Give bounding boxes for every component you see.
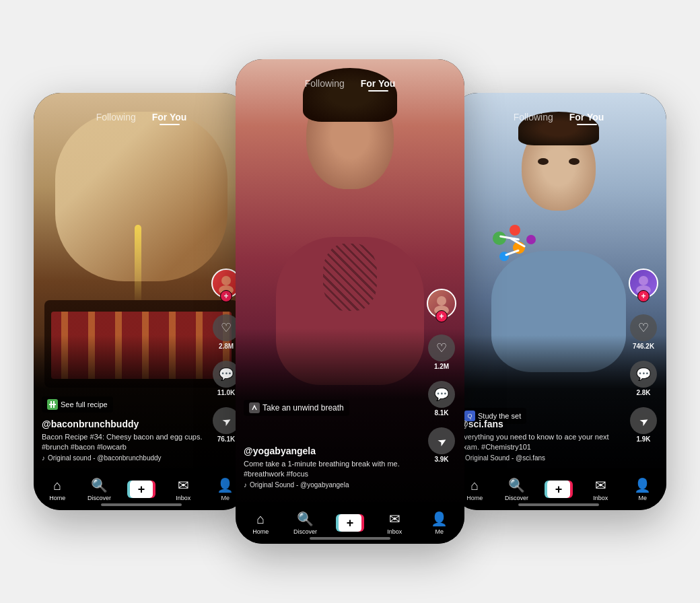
inbox-icon-center: ✉ <box>389 511 400 527</box>
active-underline-center <box>368 90 388 92</box>
sound-text-center: Original Sound - @yogabyangela <box>250 481 349 489</box>
follow-button-center[interactable]: + <box>435 310 448 322</box>
inbox-nav-center[interactable]: ✉ Inbox <box>380 511 409 535</box>
description-left: Bacon Recipe #34: Cheesy bacon and egg c… <box>42 432 209 452</box>
video-info-right: @sci.fans Everything you need to know to… <box>459 419 626 462</box>
foryou-tab-right[interactable]: For You <box>569 112 604 122</box>
like-count-right: 746.2K <box>633 343 654 350</box>
svg-point-3 <box>221 276 231 285</box>
active-underline-right <box>577 124 597 125</box>
comment-count-right: 2.8K <box>636 389 650 396</box>
avatar-item-right[interactable]: + <box>629 269 658 304</box>
atom-red <box>510 225 520 236</box>
me-nav-center[interactable]: 👤 Me <box>425 511 454 535</box>
like-action-right[interactable]: ♡ 746.2K <box>630 314 657 350</box>
molecule-area <box>473 225 553 292</box>
me-nav-right[interactable]: 👤 Me <box>628 477 658 501</box>
sound-row-center: ♪ Original Sound - @yogabyangela <box>244 481 424 489</box>
top-navigation: Following For You <box>34 112 249 122</box>
comment-count-left: 11.0K <box>217 389 236 396</box>
discover-icon-left: 🔍 <box>91 477 108 493</box>
recipe-badge-text: See full recipe <box>61 400 108 409</box>
foryou-tab-center[interactable]: For You <box>361 78 396 89</box>
comment-action-right[interactable]: 💬 2.8K <box>630 361 657 396</box>
following-tab-left[interactable]: Following <box>96 112 136 122</box>
username-left[interactable]: @baconbrunchbuddy <box>42 419 209 429</box>
me-label-left: Me <box>221 495 230 501</box>
home-indicator-right <box>518 503 599 506</box>
breath-badge-icon <box>249 402 260 413</box>
share-icon-right: ➤ <box>630 407 657 434</box>
top-navigation-right: Following For You <box>451 112 666 122</box>
breath-badge[interactable]: Take an unwind breath <box>244 400 349 416</box>
comment-action-center[interactable]: 💬 8.1K <box>428 381 455 417</box>
avatar-center: + <box>427 289 456 318</box>
eye-right <box>569 158 580 165</box>
username-center[interactable]: @yogabyangela <box>244 446 424 456</box>
add-nav-left[interactable]: + <box>127 481 156 498</box>
recipe-badge[interactable]: See full recipe <box>42 396 113 413</box>
plus-icon-right: + <box>555 483 563 495</box>
home-indicator-center <box>310 537 390 540</box>
video-info-center: @yogabyangela Come take a 1-minute breat… <box>244 446 424 489</box>
foryou-tab-left[interactable]: For You <box>152 112 187 122</box>
discover-nav-left[interactable]: 🔍 Discover <box>85 477 114 501</box>
add-button-center[interactable]: + <box>336 514 364 532</box>
music-icon-center: ♪ <box>244 481 247 489</box>
following-tab-right[interactable]: Following <box>514 112 553 122</box>
active-underline <box>160 124 180 125</box>
svg-point-7 <box>639 276 648 285</box>
phone-right-screen: Following For You Q Study the set + <box>451 93 666 510</box>
side-actions-right: + ♡ 746.2K 💬 2.8K ➤ 1.9K <box>629 269 658 443</box>
home-label-right: Home <box>466 495 483 501</box>
inbox-nav-left[interactable]: ✉ Inbox <box>168 477 198 501</box>
username-right[interactable]: @sci.fans <box>459 419 626 429</box>
discover-nav-center[interactable]: 🔍 Discover <box>291 511 320 535</box>
heart-icon-center: ♡ <box>428 334 455 361</box>
sound-text-left: Original sound - @baconbrunchbuddy <box>48 454 162 462</box>
home-nav-center[interactable]: ⌂ Home <box>246 511 275 535</box>
sound-text-right: Original Sound - @sci.fans <box>465 454 545 462</box>
discover-nav-right[interactable]: 🔍 Discover <box>502 477 532 501</box>
add-nav-right[interactable]: + <box>544 481 573 498</box>
following-tab-center[interactable]: Following <box>305 78 345 89</box>
home-label-center: Home <box>252 528 269 535</box>
inbox-nav-right[interactable]: ✉ Inbox <box>586 477 615 501</box>
me-label-right: Me <box>638 495 647 501</box>
share-action-right[interactable]: ➤ 1.9K <box>630 407 657 443</box>
follow-button-right[interactable]: + <box>637 290 650 302</box>
home-nav-left[interactable]: ⌂ Home <box>42 478 72 501</box>
comment-icon-center: 💬 <box>428 381 455 408</box>
svg-rect-2 <box>49 404 56 405</box>
inbox-icon-left: ✉ <box>178 477 189 493</box>
inbox-icon-right: ✉ <box>595 477 606 493</box>
top-navigation-center: Following For You <box>236 78 464 89</box>
home-icon-center: ⌂ <box>256 511 265 527</box>
egg-drip <box>135 225 141 306</box>
share-action-center[interactable]: ➤ 3.9K <box>428 427 455 463</box>
home-icon-right: ⌂ <box>470 478 479 493</box>
side-actions-center: + ♡ 1.2M 💬 8.1K ➤ 3.9K <box>427 289 456 463</box>
add-nav-center[interactable]: + <box>335 514 365 532</box>
share-count-left: 76.1K <box>217 435 236 443</box>
video-info-left: @baconbrunchbuddy Bacon Recipe #34: Chee… <box>42 419 209 462</box>
avatar-item-center[interactable]: + <box>427 289 456 324</box>
add-button-right[interactable]: + <box>545 481 573 498</box>
comment-icon-right: 💬 <box>630 361 657 388</box>
discover-label-right: Discover <box>505 495 528 501</box>
follow-button-left[interactable]: + <box>220 290 232 302</box>
plus-icon-left: + <box>138 483 145 495</box>
me-icon-right: 👤 <box>634 477 651 493</box>
home-indicator-left <box>101 503 182 506</box>
inbox-label-right: Inbox <box>593 495 608 501</box>
home-icon-left: ⌂ <box>53 478 61 493</box>
home-label-left: Home <box>49 495 65 501</box>
add-button-left[interactable]: + <box>127 481 155 498</box>
comment-count-center: 8.1K <box>434 409 448 417</box>
phone-center: Following For You Take an unwind breath <box>236 59 464 544</box>
discover-icon-right: 🔍 <box>508 477 525 493</box>
like-count-left: 2.8M <box>219 343 234 350</box>
svg-point-5 <box>437 296 446 306</box>
like-action-center[interactable]: ♡ 1.2M <box>428 334 455 370</box>
inbox-label-center: Inbox <box>387 528 402 535</box>
